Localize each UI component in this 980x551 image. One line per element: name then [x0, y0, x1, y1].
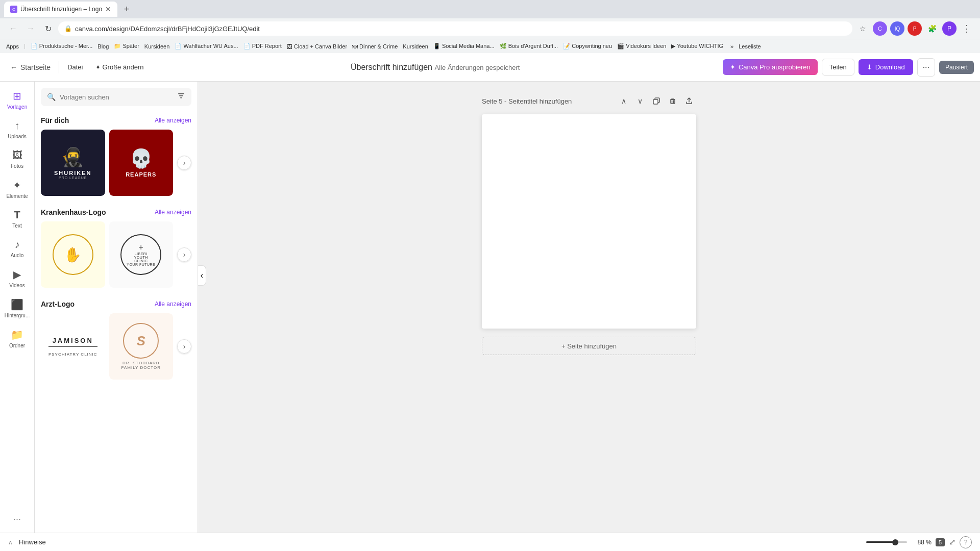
- page-share-btn[interactable]: [682, 94, 696, 108]
- uploads-label: Uploads: [8, 134, 27, 139]
- sidebar-item-fotos[interactable]: 🖼 Fotos: [2, 145, 33, 173]
- arzt-next-btn[interactable]: ›: [177, 339, 191, 354]
- arzt-grid: JAMISON PSYCHIATRY CLINIC S DR. STODDARD…: [41, 313, 191, 380]
- bookmark-bois[interactable]: 🌿 Bois d'Argent Duft...: [500, 43, 558, 49]
- browser-tab[interactable]: C Überschrift hinzufügen – Logo ✕: [4, 2, 117, 17]
- reload-btn[interactable]: ↻: [41, 21, 55, 36]
- panel-collapse-btn[interactable]: ‹: [198, 265, 206, 286]
- sidebar-item-text[interactable]: T Text: [2, 205, 33, 233]
- resize-star-icon: ✦: [95, 64, 101, 71]
- home-icon: ←: [10, 63, 17, 71]
- templates-panel: 🔍 Für dich Alle anzeigen 🥷: [35, 82, 198, 533]
- svg-rect-1: [179, 95, 183, 96]
- page-title: Seite 5 - Seitentitel hinzufügen: [482, 97, 612, 105]
- bookmark-youtube[interactable]: ▶ Youtube WICHTIG: [671, 43, 723, 49]
- krankenhaus-next-btn[interactable]: ›: [177, 247, 191, 262]
- svg-rect-0: [178, 93, 184, 94]
- sidebar-item-uploads[interactable]: ↑ Uploads: [2, 116, 33, 143]
- add-page-button[interactable]: + Seite hinzufügen: [482, 337, 696, 355]
- vorlagen-icon: ⊞: [13, 90, 21, 102]
- template-shuriken[interactable]: 🥷 SHURIKEN PRO LEAGUE: [41, 130, 105, 196]
- bookmark-apps[interactable]: Apps: [6, 43, 19, 49]
- new-tab-button[interactable]: +: [119, 2, 134, 16]
- zoom-fill: [866, 541, 896, 543]
- bookmark-produktsuche[interactable]: 📄 Produktsuche - Mer...: [31, 43, 93, 49]
- sidebar-item-vorlagen[interactable]: ⊞ Vorlagen: [2, 86, 33, 114]
- bookmark-leseliste-label[interactable]: Leseliste: [739, 43, 761, 49]
- bookmark-kursideen2[interactable]: Kursideen: [403, 43, 428, 49]
- zoom-value: 88 %: [911, 539, 932, 546]
- extension-btn-2[interactable]: IQ: [890, 21, 904, 36]
- svg-rect-5: [671, 99, 675, 104]
- search-bar[interactable]: 🔍: [41, 88, 191, 106]
- fotos-label: Fotos: [11, 163, 23, 169]
- sidebar-item-audio[interactable]: ♪ Audio: [2, 235, 33, 262]
- section-header-fur-dich: Für dich Alle anzeigen: [41, 116, 191, 124]
- canva-pro-button[interactable]: ✦ Canva Pro ausprobieren: [723, 59, 818, 75]
- download-button[interactable]: ⬇ Download: [859, 59, 913, 75]
- zoom-handle[interactable]: [892, 539, 898, 545]
- bookmark-copywriting[interactable]: 📝 Copywriting neu: [563, 43, 612, 49]
- sidebar-item-elemente[interactable]: ✦ Elemente: [2, 175, 33, 203]
- browser-menu-btn[interactable]: ⋮: [960, 21, 974, 36]
- share-button[interactable]: Teilen: [822, 59, 854, 76]
- bookmark-kursideen1[interactable]: Kursideen: [144, 43, 170, 49]
- zoom-line: [866, 541, 907, 543]
- page-duplicate-btn[interactable]: [649, 94, 664, 108]
- bookmark-social[interactable]: 📱 Social Media Mana...: [433, 43, 495, 49]
- share-label: Teilen: [829, 63, 847, 71]
- template-reapers[interactable]: 💀 REAPERS: [109, 130, 174, 196]
- bookmark-star-btn[interactable]: ☆: [855, 21, 870, 36]
- help-btn[interactable]: ?: [960, 536, 972, 548]
- fur-dich-next-btn[interactable]: ›: [177, 156, 191, 170]
- bookmark-dinner[interactable]: 🍽 Dinner & Crime: [352, 43, 398, 49]
- forward-btn[interactable]: →: [23, 21, 38, 36]
- bookmark-canva[interactable]: 🖼 Cload + Canva Bilder: [287, 43, 347, 49]
- page-up-btn[interactable]: ∧: [617, 94, 631, 108]
- extension-btn-3[interactable]: P: [908, 21, 922, 36]
- tab-close-btn[interactable]: ✕: [105, 5, 111, 13]
- back-btn[interactable]: ←: [6, 21, 20, 36]
- file-menu-btn[interactable]: Datei: [63, 60, 87, 74]
- zoom-slider[interactable]: [866, 541, 907, 543]
- see-all-arzt[interactable]: Alle anzeigen: [155, 300, 191, 308]
- template-doctor1[interactable]: JAMISON PSYCHIATRY CLINIC: [41, 313, 105, 380]
- extension-btn-4[interactable]: 🧩: [925, 21, 939, 36]
- audio-icon: ♪: [15, 239, 20, 251]
- bookmark-videokurs[interactable]: 🎬 Videokurs Ideen: [617, 43, 666, 49]
- sidebar-item-videos[interactable]: ▶ Videos: [2, 264, 33, 292]
- resize-btn[interactable]: ✦ Größe ändern: [91, 60, 148, 74]
- url-input[interactable]: [75, 25, 846, 33]
- ordner-label: Ordner: [9, 343, 25, 348]
- elemente-icon: ✦: [13, 179, 21, 191]
- file-label: Datei: [67, 63, 83, 71]
- page-down-btn[interactable]: ∨: [633, 94, 647, 108]
- filter-btn[interactable]: [177, 92, 185, 102]
- bookmark-spater[interactable]: 📁 Später: [114, 43, 139, 49]
- address-bar[interactable]: 🔒: [58, 21, 852, 36]
- template-hospital2[interactable]: + LIBERIYOUTHCLINICYOUR FUTURE: [109, 221, 174, 288]
- canvas-page[interactable]: [482, 114, 696, 329]
- template-hospital1[interactable]: ✋: [41, 221, 105, 288]
- audio-label: Audio: [11, 253, 24, 258]
- home-button[interactable]: ← Startseite: [6, 60, 55, 74]
- home-label: Startseite: [20, 63, 51, 71]
- bookmark-wahlfacher[interactable]: 📄 Wahlfächer WU Aus...: [175, 43, 238, 49]
- videos-icon: ▶: [13, 268, 21, 281]
- bookmark-leseliste[interactable]: »: [730, 43, 733, 49]
- bookmark-blog[interactable]: Blog: [97, 43, 109, 49]
- more-options-button[interactable]: ···: [917, 58, 935, 77]
- see-all-krankenhaus[interactable]: Alle anzeigen: [155, 209, 191, 216]
- sidebar-item-ordner[interactable]: 📁 Ordner: [2, 324, 33, 353]
- template-doctor2[interactable]: S DR. STODDARDFAMILY DOCTOR: [109, 313, 174, 380]
- page-delete-btn[interactable]: [666, 94, 680, 108]
- sidebar-item-hintergrund[interactable]: ⬛ Hintergru...: [2, 294, 33, 322]
- search-input[interactable]: [60, 93, 173, 101]
- sidebar-more-btn[interactable]: ···: [9, 510, 25, 529]
- profile-btn[interactable]: P: [942, 21, 957, 36]
- pause-button[interactable]: Pausiert: [939, 61, 974, 74]
- see-all-fur-dich[interactable]: Alle anzeigen: [155, 117, 191, 124]
- fullscreen-btn[interactable]: ⤢: [949, 537, 955, 547]
- canva-extension-btn[interactable]: C: [873, 21, 887, 36]
- bookmark-pdf[interactable]: 📄 PDF Report: [243, 43, 282, 49]
